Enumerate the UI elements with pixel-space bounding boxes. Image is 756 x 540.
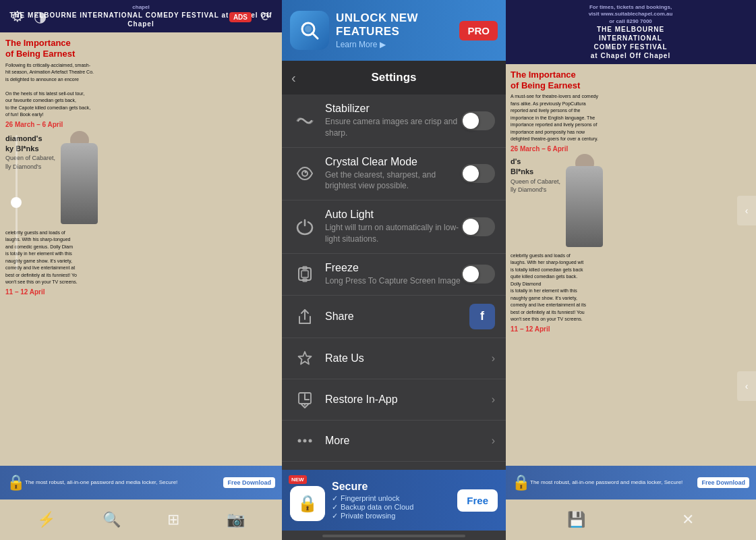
banner-title: UNLOCK NEW FEATURES [336,11,453,38]
freeze-title: Freeze [325,262,461,274]
more-title: More [325,435,492,447]
auto-light-desc: Light will turn on automatically in low-… [325,222,461,245]
chevron-left-bottom[interactable]: ‹ [737,371,756,401]
ads-badge[interactable]: ADS [229,12,252,22]
right-background-panel: For times, tickets and bookings,visit ww… [505,0,756,540]
auto-light-title: Auto Light [325,209,461,221]
flash-icon[interactable]: ⚡ [37,511,55,529]
feature-fingerprint: ✓ Fingerprint unlock [332,494,450,503]
left-bottom-bar: ⚡ 🔍 ⊞ 📷 [0,500,282,540]
search-icon-left[interactable]: 🔍 [103,511,121,529]
more-item[interactable]: More › [282,421,506,462]
restore-title: Restore In-App [325,394,492,406]
stabilizer-desc: Ensure camera images are crisp and sharp… [325,116,461,139]
share-icon [293,304,317,329]
svg-point-4 [305,171,307,173]
restore-icon [293,387,317,412]
secure-lock-icon-right: 🔒 [512,474,530,491]
share-title: Share [325,310,469,323]
svg-point-2 [305,26,312,32]
camera-icon-left[interactable]: 📷 [227,511,245,529]
chevron-left-top[interactable]: ‹ [737,196,756,225]
free-download-btn-right[interactable]: Free Download [697,477,749,488]
svg-line-1 [312,33,318,38]
stabilizer-icon [293,109,317,133]
svg-point-11 [303,439,307,442]
auto-light-item[interactable]: Auto Light Light will turn on automatica… [282,200,506,254]
crystal-clear-desc: Get the clearest, sharpest, and brightes… [325,169,461,192]
eye-icon [293,161,317,186]
settings-title: Settings [371,71,416,84]
new-badge: NEW [289,475,307,484]
bottom-ad-left[interactable]: 🔒 The most robust, all-in-one password a… [0,466,282,500]
close-icon-right[interactable]: ✕ [682,511,694,529]
secure-title-bottom: Secure [332,481,450,493]
free-download-btn-left[interactable]: Free Download [223,477,275,488]
rate-us-title: Rate Us [325,352,492,364]
freeze-toggle[interactable] [461,265,495,284]
star-icon [293,346,317,371]
settings-header: ‹ Settings [282,61,506,94]
bottom-ad-panel[interactable]: NEW 🔒 Secure ✓ Fingerprint unlock ✓ Back… [282,470,506,531]
settings-list: Stabilizer Ensure camera images are cris… [282,94,506,470]
freeze-icon [293,262,317,286]
stabilizer-item[interactable]: Stabilizer Ensure camera images are cris… [282,94,506,148]
banner-magnifier-icon [290,11,329,50]
top-banner[interactable]: UNLOCK NEW FEATURES Learn More ▶ PRO [282,0,506,61]
crystal-clear-title: Crystal Clear Mode [325,156,461,168]
facebook-button[interactable]: f [469,304,495,329]
auto-light-toggle[interactable] [461,217,495,236]
scroll-indicator [322,535,465,537]
restore-chevron: › [492,394,495,406]
save-icon-right[interactable]: 💾 [567,511,585,529]
freeze-desc: Long Press To Capture Screen Image [325,275,461,287]
stabilizer-title: Stabilizer [325,103,461,115]
svg-rect-6 [301,271,308,277]
rate-us-item[interactable]: Rate Us › [282,338,506,379]
power-icon [293,215,317,239]
secure-lock-icon-left: 🔒 [7,474,25,491]
secure-icon-bottom: 🔒 [290,486,325,521]
contrast-icon[interactable]: ◑ [34,8,47,26]
more-dots-icon [293,429,317,453]
feature-private: ✓ Private browsing [332,512,450,520]
more-chevron: › [492,435,495,447]
feature-backup: ✓ Backup data on Cloud [332,503,450,512]
freeze-item[interactable]: Freeze Long Press To Capture Screen Imag… [282,254,506,296]
back-button[interactable]: ‹ [291,70,296,86]
bottom-ad-right[interactable]: 🔒 The most robust, all-in-one password a… [505,466,756,500]
left-top-bar: ⚙ ◑ ADS ⟳ [0,0,282,34]
crystal-clear-toggle[interactable] [461,164,495,183]
right-top-bar [505,0,756,34]
share-item[interactable]: Share f [282,296,506,338]
right-bottom-bar: 💾 ✕ [505,500,756,540]
settings-panel: UNLOCK NEW FEATURES Learn More ▶ PRO ‹ S… [282,0,506,540]
zoom-slider[interactable] [9,135,23,270]
rate-us-chevron: › [492,352,495,364]
banner-subtitle: Learn More ▶ [336,40,453,49]
camera-rotate-icon[interactable]: ⟳ [261,9,271,24]
pro-badge[interactable]: PRO [459,21,498,40]
left-background-panel: chapel THE MELBOURNE INTERNATIONAL COMED… [0,0,282,540]
svg-point-10 [298,439,301,442]
svg-point-12 [309,439,312,442]
settings-icon-left[interactable]: ⚙ [11,8,24,26]
stabilizer-toggle[interactable] [461,111,495,130]
grid-icon[interactable]: ⊞ [167,511,179,529]
restore-item[interactable]: Restore In-App › [282,379,506,421]
free-button[interactable]: Free [457,489,498,512]
crystal-clear-item[interactable]: Crystal Clear Mode Get the clearest, sha… [282,148,506,201]
